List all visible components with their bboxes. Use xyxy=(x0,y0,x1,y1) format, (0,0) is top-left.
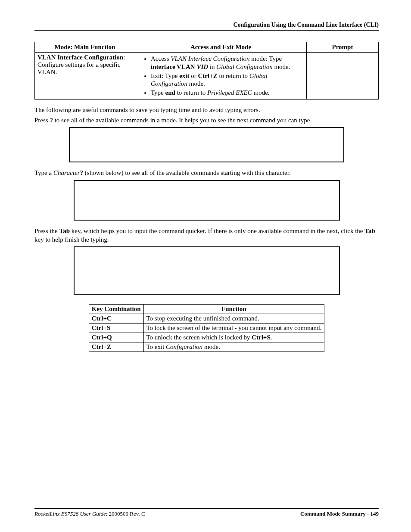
text: mode. xyxy=(202,343,220,350)
text: To exit xyxy=(146,343,166,350)
text: exit xyxy=(179,72,189,79)
func-cell: To lock the screen of the terminal - you… xyxy=(143,324,324,333)
text: to return to xyxy=(218,72,249,79)
text: : 2000509 Rev. C xyxy=(106,510,145,517)
table-row: Ctrl+S To lock the screen of the termina… xyxy=(89,324,324,333)
text: Ctrl+Q xyxy=(92,334,112,341)
keys-table: Key Combination Function Ctrl+C To stop … xyxy=(89,304,325,352)
text: (shown below) to see all of the availabl… xyxy=(83,169,291,176)
col-prompt-header: Prompt xyxy=(307,42,379,53)
paragraph: The following are useful commands to sav… xyxy=(34,106,379,114)
text: mode: Type xyxy=(250,55,282,62)
key-cell: Ctrl+S xyxy=(89,324,143,333)
key-cell: Ctrl+C xyxy=(89,314,143,324)
text: Ctrl+Z xyxy=(198,72,218,79)
table-row: Ctrl+Z To exit Configuration mode. xyxy=(89,342,324,352)
key-cell: Ctrl+Q xyxy=(89,333,143,342)
func-cell: To stop executing the unfinished command… xyxy=(143,314,324,324)
paragraph: Press the Tab key, which helps you to in… xyxy=(34,227,379,244)
running-header: Configuration Using the Command Line Int… xyxy=(34,22,379,31)
modes-table: Mode: Main Function Access and Exit Mode… xyxy=(34,42,379,100)
col-keycombo-header: Key Combination xyxy=(89,305,143,314)
col-mode-header: Mode: Main Function xyxy=(35,42,135,53)
key-cell: Ctrl+Z xyxy=(89,342,143,352)
text: . xyxy=(271,334,272,341)
paragraph: Press ? to see all of the available comm… xyxy=(34,116,379,124)
col-function-header: Function xyxy=(143,305,324,314)
text: key to help finish the typing. xyxy=(34,236,109,243)
text: mode. xyxy=(252,89,270,96)
text: Access xyxy=(151,55,171,62)
text: Ctrl+Z xyxy=(92,343,111,350)
text: Press xyxy=(34,117,50,124)
text: Type a xyxy=(34,169,53,176)
code-box xyxy=(74,246,340,295)
page-footer: RocketLinx ES7528 User Guide: 2000509 Re… xyxy=(34,508,379,517)
text: Ctrl+S xyxy=(252,334,271,341)
table-row: VLAN Interface Configuration: Configure … xyxy=(35,53,379,100)
text: Ctrl+S xyxy=(92,324,111,331)
table-row: Mode: Main Function Access and Exit Mode… xyxy=(35,42,379,53)
code-box xyxy=(74,180,340,221)
text: Exit: Type xyxy=(151,72,179,79)
col-access-header: Access and Exit Mode xyxy=(135,42,307,53)
list-item: Access VLAN Interface Configuration mode… xyxy=(151,55,304,71)
func-cell: To unlock the screen which is locked by … xyxy=(143,333,324,342)
mode-cell: VLAN Interface Configuration: Configure … xyxy=(35,53,135,100)
list-item: Type end to return to Privileged EXEC mo… xyxy=(151,89,304,97)
text: RocketLinx ES7528 User Guide xyxy=(34,510,106,517)
paragraph: Type a Character? (shown below) to see a… xyxy=(34,168,379,177)
text: ? xyxy=(50,117,53,124)
text: VID xyxy=(196,63,208,70)
text: to return to xyxy=(175,89,207,96)
text: Type xyxy=(151,89,165,96)
text: ? xyxy=(80,169,84,176)
mode-title: VLAN Interface Configuration xyxy=(37,54,123,61)
table-row: Ctrl+Q To unlock the screen which is loc… xyxy=(89,333,324,342)
footer-left: RocketLinx ES7528 User Guide: 2000509 Re… xyxy=(34,510,145,517)
text: Privileged EXEC xyxy=(207,89,252,96)
footer-right: Command Mode Summary - 149 xyxy=(300,510,379,517)
prompt-cell xyxy=(307,53,379,100)
list-item: Exit: Type exit or Ctrl+Z to return to G… xyxy=(151,72,304,88)
text: or xyxy=(190,72,198,79)
text: Character xyxy=(53,169,80,176)
table-row: Ctrl+C To stop executing the unfinished … xyxy=(89,314,324,324)
func-cell: To exit Configuration mode. xyxy=(143,342,324,352)
text: To unlock the screen which is locked by xyxy=(146,334,252,341)
code-box xyxy=(69,127,344,162)
text: VLAN Interface Configuration xyxy=(171,55,249,62)
access-cell: Access VLAN Interface Configuration mode… xyxy=(135,53,307,100)
text: Configuration xyxy=(166,343,202,350)
text: to see all of the available commands in … xyxy=(53,117,311,124)
text: interface VLAN xyxy=(151,63,196,70)
text: Ctrl+C xyxy=(92,315,112,322)
text: key, which helps you to input the comman… xyxy=(70,227,364,234)
text: in xyxy=(208,63,216,70)
text: Tab xyxy=(59,227,70,234)
text: Global Configuration xyxy=(216,63,272,70)
text: Tab xyxy=(364,227,375,234)
text: Press the xyxy=(34,227,59,234)
table-row: Key Combination Function xyxy=(89,305,324,314)
text: end xyxy=(165,89,175,96)
text: mode. xyxy=(273,63,290,70)
text: mode. xyxy=(187,80,205,87)
text: Command Mode Summary - 149 xyxy=(300,510,379,517)
